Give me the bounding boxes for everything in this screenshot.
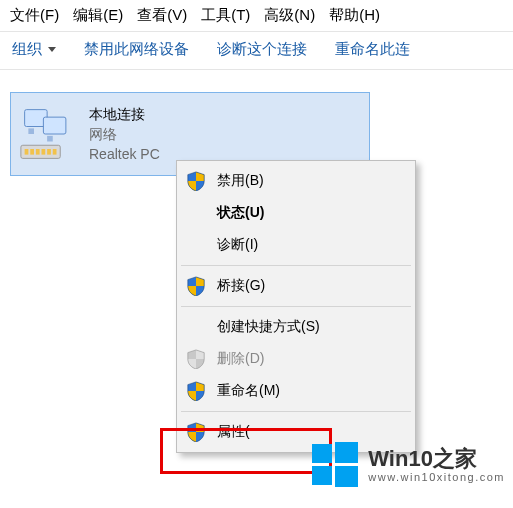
menu-edit[interactable]: 编辑(E) [73,6,123,25]
blank-icon [185,202,207,224]
ctx-diagnose[interactable]: 诊断(I) [179,229,413,261]
watermark-title: Win10之家 [368,447,505,471]
watermark-url: www.win10xitong.com [368,471,505,483]
organize-label: 组织 [12,40,42,59]
ctx-bridge[interactable]: 桥接(G) [179,270,413,302]
menu-bar: 文件(F) 编辑(E) 查看(V) 工具(T) 高级(N) 帮助(H) [0,0,513,32]
ctx-rename-label: 重命名(M) [217,382,399,400]
context-menu: 禁用(B) 状态(U) 诊断(I) 桥接(G) 创建快捷方式(S) 删除(D) … [176,160,416,453]
disable-device-button[interactable]: 禁用此网络设备 [82,40,191,59]
rename-button[interactable]: 重命名此连 [333,40,412,59]
svg-rect-12 [335,442,358,463]
ctx-disable-label: 禁用(B) [217,172,399,190]
ctx-disable[interactable]: 禁用(B) [179,165,413,197]
disable-device-label: 禁用此网络设备 [84,40,189,59]
separator [181,306,411,307]
ctx-bridge-label: 桥接(G) [217,277,399,295]
connection-text: 本地连接 网络 Realtek PC [89,104,160,165]
ctx-delete-label: 删除(D) [217,350,399,368]
shield-icon [185,275,207,297]
diagnose-button[interactable]: 诊断这个连接 [215,40,309,59]
svg-rect-11 [312,444,332,463]
menu-view[interactable]: 查看(V) [137,6,187,25]
svg-rect-8 [42,149,46,155]
ctx-status-label: 状态(U) [217,204,399,222]
rename-label: 重命名此连 [335,40,410,59]
connection-title: 本地连接 [89,104,160,124]
chevron-down-icon [48,47,56,52]
svg-rect-1 [43,117,66,134]
ctx-rename[interactable]: 重命名(M) [179,375,413,407]
connection-adapter: Realtek PC [89,144,160,164]
diagnose-label: 诊断这个连接 [217,40,307,59]
shield-icon [185,380,207,402]
watermark: Win10之家 www.win10xitong.com [310,440,505,490]
blank-icon [185,234,207,256]
organize-button[interactable]: 组织 [10,40,58,59]
svg-rect-10 [53,149,57,155]
ctx-status[interactable]: 状态(U) [179,197,413,229]
svg-rect-3 [47,136,53,142]
menu-tools[interactable]: 工具(T) [201,6,250,25]
ctx-diagnose-label: 诊断(I) [217,236,399,254]
svg-rect-5 [25,149,29,155]
ctx-delete: 删除(D) [179,343,413,375]
menu-file[interactable]: 文件(F) [10,6,59,25]
shield-gray-icon [185,348,207,370]
svg-rect-9 [47,149,51,155]
ctx-shortcut-label: 创建快捷方式(S) [217,318,399,336]
separator [181,265,411,266]
shield-icon [185,170,207,192]
ctx-shortcut[interactable]: 创建快捷方式(S) [179,311,413,343]
network-adapter-icon [19,104,79,164]
ctx-properties-label: 属性( [217,423,399,441]
shield-icon [185,421,207,443]
svg-rect-6 [30,149,34,155]
svg-rect-2 [28,128,34,134]
separator [181,411,411,412]
menu-help[interactable]: 帮助(H) [329,6,380,25]
svg-rect-14 [335,466,358,487]
menu-advanced[interactable]: 高级(N) [264,6,315,25]
windows-logo-icon [310,440,360,490]
connection-network: 网络 [89,124,160,144]
svg-rect-13 [312,466,332,485]
toolbar: 组织 禁用此网络设备 诊断这个连接 重命名此连 [0,32,513,70]
blank-icon [185,316,207,338]
svg-rect-7 [36,149,40,155]
